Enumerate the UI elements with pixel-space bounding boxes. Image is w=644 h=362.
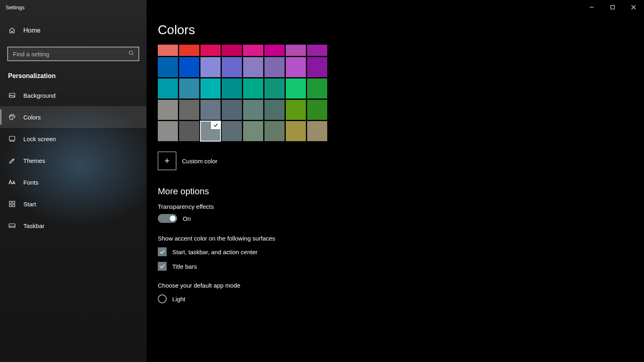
checkbox-row-start-taskbar-ac: Start, taskbar, and action center xyxy=(158,247,644,256)
custom-color-label: Custom color xyxy=(182,158,217,165)
color-swatch[interactable] xyxy=(222,78,242,99)
checkbox-label: Start, taskbar, and action center xyxy=(172,249,258,255)
color-swatch[interactable] xyxy=(264,100,285,120)
sidebar: Home Personalization BackgroundColorsLoc… xyxy=(0,0,147,362)
radio-light[interactable] xyxy=(158,294,167,303)
color-swatch[interactable] xyxy=(200,78,221,99)
sidebar-item-label: Start xyxy=(23,201,36,208)
color-swatch[interactable] xyxy=(307,45,327,56)
window-title: Settings xyxy=(6,4,25,10)
sidebar-item-colors[interactable]: Colors xyxy=(0,106,147,128)
sidebar-item-fonts[interactable]: Fonts xyxy=(0,171,147,193)
color-swatch[interactable] xyxy=(179,45,199,56)
close-icon xyxy=(631,5,636,10)
sidebar-home[interactable]: Home xyxy=(0,20,147,41)
home-icon xyxy=(8,27,16,34)
color-swatch[interactable] xyxy=(222,57,242,77)
page-title: Colors xyxy=(158,23,644,37)
close-button[interactable] xyxy=(623,0,644,14)
transparency-state: On xyxy=(183,215,191,222)
color-swatch[interactable] xyxy=(264,57,285,77)
themes-icon xyxy=(8,157,16,164)
toggle-knob xyxy=(170,216,175,221)
checkbox-label: Title bars xyxy=(172,263,197,270)
app-mode-label: Choose your default app mode xyxy=(158,282,644,289)
radio-row-light: Light xyxy=(158,294,644,303)
svg-rect-17 xyxy=(13,205,15,207)
more-options-header: More options xyxy=(158,186,644,197)
color-swatch[interactable] xyxy=(158,57,178,77)
color-swatch[interactable] xyxy=(179,100,199,120)
search-box[interactable] xyxy=(7,47,139,61)
plus-icon: + xyxy=(158,152,176,170)
color-swatch[interactable] xyxy=(307,100,327,120)
color-swatch[interactable] xyxy=(243,78,263,99)
color-swatch[interactable] xyxy=(307,121,327,141)
radio-label: Light xyxy=(172,296,186,302)
color-swatch[interactable] xyxy=(243,45,263,56)
sidebar-item-taskbar[interactable]: Taskbar xyxy=(0,215,147,237)
color-swatch[interactable] xyxy=(179,57,199,77)
sidebar-home-label: Home xyxy=(23,27,41,34)
color-swatch[interactable] xyxy=(200,100,221,120)
color-swatch[interactable] xyxy=(158,78,178,99)
color-swatch[interactable] xyxy=(200,57,221,77)
sidebar-nav: BackgroundColorsLock screenThemesFontsSt… xyxy=(0,84,147,237)
svg-rect-1 xyxy=(611,6,615,9)
sidebar-item-label: Colors xyxy=(23,114,41,121)
color-swatch[interactable] xyxy=(264,45,285,56)
color-swatch[interactable] xyxy=(307,57,327,77)
color-swatch[interactable] xyxy=(179,78,199,99)
custom-color-button[interactable]: + Custom color xyxy=(158,152,644,170)
color-swatch[interactable] xyxy=(243,57,263,77)
color-swatch[interactable] xyxy=(222,121,242,141)
color-swatch[interactable] xyxy=(286,121,306,141)
sidebar-item-lockscreen[interactable]: Lock screen xyxy=(0,128,147,150)
svg-rect-15 xyxy=(13,201,15,203)
svg-point-8 xyxy=(12,115,12,116)
color-swatch[interactable] xyxy=(307,78,327,99)
fonts-icon xyxy=(8,179,16,185)
color-swatch[interactable] xyxy=(243,121,263,141)
color-swatch[interactable] xyxy=(243,100,263,120)
lockscreen-icon xyxy=(8,135,16,142)
taskbar-icon xyxy=(8,223,16,228)
sidebar-item-label: Taskbar xyxy=(23,222,45,229)
sidebar-item-start[interactable]: Start xyxy=(0,193,147,215)
color-swatch[interactable] xyxy=(264,121,285,141)
minimize-button[interactable] xyxy=(581,0,602,14)
sidebar-item-background[interactable]: Background xyxy=(0,84,147,106)
color-swatch[interactable] xyxy=(286,100,306,120)
search-input[interactable] xyxy=(12,50,128,58)
maximize-button[interactable] xyxy=(602,0,623,14)
checkbox-start-taskbar-ac[interactable] xyxy=(158,247,167,256)
color-swatch[interactable] xyxy=(158,121,178,141)
svg-rect-14 xyxy=(9,201,11,203)
color-swatch[interactable] xyxy=(286,45,306,56)
color-swatch[interactable] xyxy=(222,100,242,120)
title-bar: Settings xyxy=(0,0,644,14)
checkbox-row-title-bars: Title bars xyxy=(158,262,644,271)
sidebar-item-label: Lock screen xyxy=(23,136,56,142)
transparency-toggle[interactable] xyxy=(158,214,177,223)
sidebar-item-label: Fonts xyxy=(23,179,39,186)
sidebar-item-themes[interactable]: Themes xyxy=(0,150,147,171)
color-swatch[interactable] xyxy=(222,45,242,56)
color-swatch[interactable] xyxy=(286,78,306,99)
sidebar-item-label: Background xyxy=(23,92,56,99)
color-swatch[interactable] xyxy=(179,121,199,141)
color-swatch[interactable] xyxy=(158,45,178,56)
color-swatch[interactable] xyxy=(158,100,178,120)
svg-rect-10 xyxy=(9,136,15,140)
svg-rect-18 xyxy=(9,224,15,228)
color-swatch[interactable] xyxy=(200,45,221,56)
color-swatch[interactable] xyxy=(264,78,285,99)
sidebar-item-label: Themes xyxy=(23,157,45,164)
color-swatch[interactable] xyxy=(200,121,221,141)
checkbox-title-bars[interactable] xyxy=(158,262,167,271)
main-content: Colors + Custom color More options Trans… xyxy=(147,0,644,362)
color-swatch[interactable] xyxy=(286,57,306,77)
accent-surfaces-label: Show accent color on the following surfa… xyxy=(158,235,644,242)
start-icon xyxy=(8,200,16,208)
color-palette xyxy=(158,45,327,141)
